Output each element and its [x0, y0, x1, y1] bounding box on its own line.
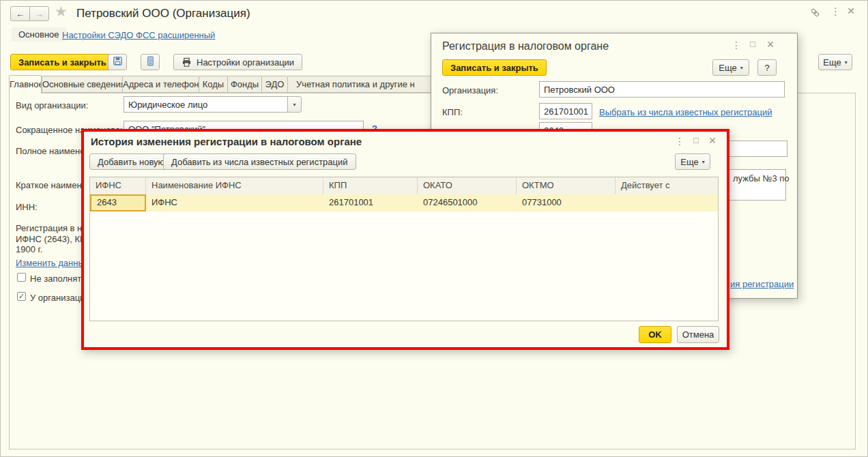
brief-name-label: Краткое наименов [16, 180, 91, 190]
chevron-down-icon: ▾ [702, 159, 705, 165]
registration-history-modal: История изменения регистрации в налогово… [81, 129, 729, 350]
cell-name[interactable]: ИФНС [146, 194, 323, 211]
save-button[interactable] [108, 54, 127, 70]
main-more-label: Еще [823, 57, 841, 68]
cell-okato[interactable]: 07246501000 [418, 194, 517, 211]
tax-office-name-fragment: лужбы №3 по [733, 173, 790, 183]
check-icon: ✓ [18, 292, 25, 301]
col-header-ifns[interactable]: ИФНС [90, 177, 146, 194]
printer-icon [182, 57, 192, 68]
table-header-row: ИФНС Наименование ИФНС КПП ОКАТО ОКТМО Д… [90, 177, 718, 194]
modal-maximize-icon[interactable]: □ [691, 136, 701, 145]
add-new-button[interactable]: Добавить новую [89, 153, 173, 170]
registration-history-link[interactable]: ия регистрации [730, 279, 794, 289]
get-link-icon[interactable] [809, 8, 821, 19]
col-header-oktmo[interactable]: ОКТМО [517, 177, 616, 194]
list-report-icon [145, 56, 156, 68]
org-settings-label: Настройки организации [197, 57, 294, 68]
chevron-down-icon: ▾ [740, 65, 743, 71]
save-close-button[interactable]: Записать и закрыть [10, 54, 115, 70]
history-nav: ← → [10, 6, 49, 21]
page-title: Петровский ООО (Организация) [76, 7, 250, 20]
dialog-org-label: Организация: [442, 85, 498, 95]
cell-oktmo[interactable]: 07731000 [517, 194, 616, 211]
dialog-more-button[interactable]: Еще▾ [712, 59, 749, 76]
add-from-known-button[interactable]: Добавить из числа известных регистраций [163, 153, 356, 170]
col-header-kpp[interactable]: КПП [323, 177, 418, 194]
change-registration-link[interactable]: Изменить данные [16, 258, 89, 268]
checkbox-ne-zapolnyat[interactable] [17, 273, 26, 282]
dialog-save-close-button[interactable]: Записать и закрыть [442, 59, 547, 76]
modal-close-icon[interactable]: × [708, 134, 717, 147]
dialog-close-icon[interactable]: × [766, 38, 775, 50]
favorite-star-icon[interactable]: ★ [55, 3, 68, 20]
save-floppy-icon [113, 56, 123, 68]
org-type-field[interactable]: Юридическое лицо [124, 96, 288, 113]
app-window: ← → ★ Петровский ООО (Организация) ⋮ × О… [0, 0, 868, 457]
tab-glavnoe[interactable]: Главное [9, 75, 42, 93]
col-header-okato[interactable]: ОКАТО [418, 177, 517, 194]
back-icon: ← [16, 9, 25, 19]
checkbox-ne-zapolnyat-label: Не заполнять [30, 274, 86, 284]
chevron-down-icon: ▾ [845, 59, 848, 65]
ok-button[interactable]: OK [639, 326, 671, 343]
dialog-maximize-icon[interactable]: □ [748, 40, 757, 48]
tab-adresa-telefony[interactable]: Адреса и телефоны [122, 76, 199, 93]
cell-kpp[interactable]: 261701001 [323, 194, 418, 211]
org-type-dropdown-button[interactable]: ▾ [287, 96, 302, 113]
dialog-help-button[interactable]: ? [757, 59, 777, 76]
main-more-button[interactable]: Еще▾ [818, 54, 852, 70]
cell-ifns-focused[interactable]: 2643 [90, 194, 146, 211]
show-report-button[interactable] [141, 54, 160, 70]
forward-button[interactable]: → [29, 6, 49, 21]
inn-label: ИНН: [16, 202, 38, 212]
choose-known-registrations-link[interactable]: Выбрать из числа известных регистраций [599, 107, 772, 117]
org-type-label: Вид организации: [16, 100, 89, 110]
nav-link-sedo-fss[interactable]: Настройки СЭДО ФСС расширенный [62, 30, 215, 40]
dialog-more-label: Еще [719, 63, 736, 73]
dialog-title: Регистрация в налоговом органе [442, 40, 609, 53]
chevron-down-icon: ▾ [293, 102, 295, 108]
nav-item-main[interactable]: Основное [12, 27, 66, 42]
modal-more-button[interactable]: Еще▾ [675, 153, 710, 170]
cancel-button[interactable]: Отмена [677, 326, 719, 343]
main-close-icon[interactable]: × [846, 4, 856, 17]
table-row[interactable]: 2643 ИФНС 261701001 07246501000 07731000 [90, 194, 718, 211]
checkbox-u-organizacii[interactable]: ✓ [17, 292, 26, 301]
back-button[interactable]: ← [10, 6, 30, 21]
tab-kody[interactable]: Коды [199, 76, 228, 93]
col-header-name[interactable]: Наименование ИФНС [146, 177, 323, 194]
forward-icon: → [35, 9, 44, 19]
modal-kebab-menu-icon[interactable]: ⋮ [675, 136, 683, 146]
col-header-valid-from[interactable]: Действует с [616, 177, 718, 194]
tab-edo[interactable]: ЭДО [261, 76, 288, 93]
main-kebab-menu-icon[interactable]: ⋮ [830, 6, 839, 16]
registration-history-table: ИФНС Наименование ИФНС КПП ОКАТО ОКТМО Д… [89, 177, 719, 321]
registration-info-line2: 1900 г. [16, 244, 42, 254]
modal-title: История изменения регистрации в налогово… [91, 136, 362, 147]
dialog-kpp-label: КПП: [442, 107, 463, 117]
modal-more-label: Еще [680, 157, 698, 167]
dialog-org-field[interactable]: Петровский ООО [539, 81, 785, 98]
org-settings-button[interactable]: Настройки организации [173, 54, 302, 70]
tab-uchetnaya-politika[interactable]: Учетная политика и другие н [287, 76, 432, 93]
tab-osnovnye-svedeniya[interactable]: Основные сведения [42, 76, 123, 93]
tab-fondy[interactable]: Фонды [227, 76, 262, 93]
cell-valid-from[interactable] [616, 194, 718, 211]
dialog-kpp-field[interactable]: 261701001 [539, 103, 592, 119]
dialog-kebab-menu-icon[interactable]: ⋮ [732, 40, 740, 50]
